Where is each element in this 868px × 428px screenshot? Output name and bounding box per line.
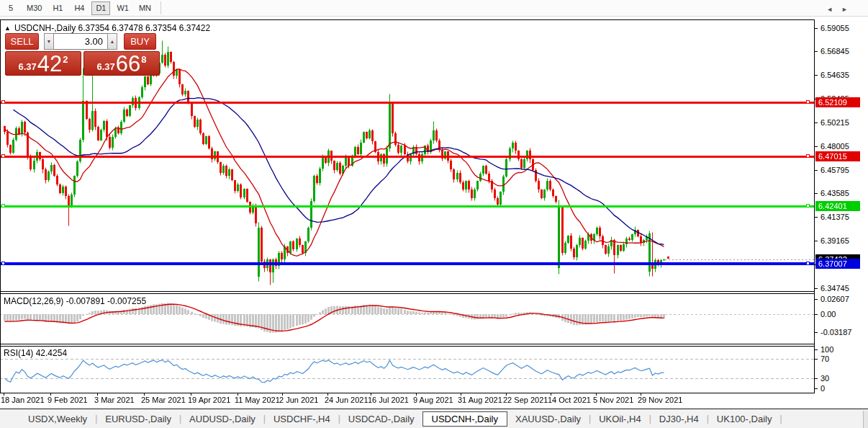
date-axis-label: 29 Nov 2021 (638, 396, 682, 404)
rsi-tick-mark (815, 359, 818, 360)
date-axis-label: 25 Mar 2021 (141, 396, 186, 404)
sell-button[interactable]: SELL (5, 33, 39, 50)
price-tick-mark (815, 288, 818, 289)
date-tick-mark (191, 393, 191, 396)
symbol-tab-usdchf-h4[interactable]: USDCHF-,H4 (266, 411, 338, 427)
macd-tick-mark (815, 299, 818, 300)
symbol-tab-uk100-daily[interactable]: UK100-,Daily (709, 411, 780, 427)
macd-tick-label: 0.00 (820, 310, 836, 319)
bid-price-prefix: 6.37 (18, 61, 36, 72)
price-tick-label: 6.39165 (820, 236, 849, 246)
volume-input[interactable] (54, 33, 107, 50)
date-tick-mark (506, 393, 507, 396)
timeframe-button-w1[interactable]: W1 (113, 1, 132, 15)
symbol-tab-audusd-daily[interactable]: AUDUSD-,Daily (181, 411, 263, 427)
price-tick-mark (815, 51, 818, 52)
horizontal-level-resistance-2[interactable] (1, 156, 814, 158)
horizontal-level-resistance-1[interactable] (1, 102, 814, 104)
buy-button[interactable]: BUY (124, 33, 156, 50)
line-anchor-right[interactable] (806, 100, 810, 104)
rsi-tick-label: 70 (820, 355, 829, 364)
macd-separator-top[interactable] (0, 291, 814, 292)
price-tick-mark (815, 28, 818, 29)
horizontal-level-support-green[interactable] (1, 205, 814, 208)
macd-label: MACD(12,26,9) -0.007891 -0.007255 (4, 296, 146, 306)
chart-bottom-border (0, 393, 814, 393)
bid-price-main: 42 (37, 53, 62, 74)
symbol-tab-usdcnh-daily[interactable]: USDCNH-,Daily (422, 411, 507, 427)
collapse-triangle-icon[interactable]: ▲ (4, 24, 11, 32)
date-tick-mark (371, 393, 371, 396)
date-tick-mark (551, 393, 551, 396)
date-tick-mark (461, 393, 461, 396)
price-tick-mark (815, 217, 818, 218)
date-tick-mark (97, 393, 98, 396)
ask-price-button[interactable]: 6.37 66 8 (83, 51, 160, 76)
price-tick-label: 6.48005 (820, 142, 849, 151)
timeframe-button-d1[interactable]: D1 (91, 1, 110, 15)
symbol-tab-dj30-h4[interactable]: DJ30-,H4 (651, 411, 707, 427)
line-anchor-left[interactable] (1, 154, 5, 158)
date-tick-mark (4, 393, 4, 396)
chart-window: ▲ USDCNH-,Daily 6.37354 6.37478 6.37354 … (0, 19, 868, 409)
symbol-tab-usdx-weekly[interactable]: USDX,Weekly (20, 411, 95, 427)
date-axis-label: 14 Oct 2021 (548, 396, 591, 404)
tabs-scroll-right-button[interactable]: ► (841, 5, 848, 14)
window-resize-gripper[interactable] (863, 411, 868, 428)
price-tick-label: 6.41375 (820, 213, 849, 222)
date-tick-mark (282, 393, 283, 396)
timeframe-button-h1[interactable]: H1 (48, 1, 67, 15)
price-tick-label: 6.59055 (820, 24, 849, 33)
timeframe-button-m30[interactable]: M30 (23, 1, 45, 15)
macd-separator-bottom (0, 293, 814, 294)
date-tick-mark (144, 393, 145, 396)
symbol-tab-xauusd-daily[interactable]: XAUUSD-,Daily (507, 411, 589, 427)
symbol-tab-usdcad-daily[interactable]: USDCAD-,Daily (340, 411, 422, 427)
line-anchor-left[interactable] (1, 204, 5, 208)
volume-decrease-button[interactable]: ▼ (44, 33, 54, 50)
price-tick-mark (815, 170, 818, 171)
date-axis-label: 16 Jul 2021 (368, 396, 409, 404)
macd-tick-label: -0.03187 (820, 328, 851, 337)
level-price-label-support-blue: 6.37007 (815, 259, 860, 269)
timeframe-button-5[interactable]: 5 (1, 1, 20, 15)
trading-platform-window: 5M30H1H4D1W1MN ▲ USDCNH-,Daily 6.37354 6… (0, 0, 868, 428)
chart-top-border (0, 19, 814, 20)
date-axis-label: 18 Jan 2021 (1, 396, 45, 404)
line-anchor-left[interactable] (1, 262, 5, 265)
symbol-tab-bar: USDX,Weekly|EURUSD-,Daily|AUDUSD-,Daily|… (0, 409, 868, 428)
timeframe-button-mn[interactable]: MN (135, 1, 155, 15)
level-price-label-resistance-2: 6.47015 (815, 151, 860, 161)
chart-title-text: USDCNH-,Daily 6.37354 6.37478 6.37354 6.… (14, 23, 210, 33)
line-anchor-right[interactable] (806, 204, 810, 208)
symbol-tab-eurusd-daily[interactable]: EURUSD-,Daily (97, 411, 179, 427)
rsi-separator-top[interactable] (0, 344, 814, 344)
price-tick-label: 6.34745 (820, 284, 849, 293)
bid-price-pipette: 2 (63, 54, 68, 65)
tabs-scroll-left-button[interactable]: ◄ (826, 5, 833, 14)
price-tick-label: 6.54635 (820, 71, 849, 80)
timeframe-button-h4[interactable]: H4 (70, 1, 89, 15)
timeframe-toolbar: 5M30H1H4D1W1MN (0, 0, 868, 17)
volume-increase-button[interactable]: ▲ (107, 33, 117, 50)
date-axis-label: 22 Sep 2021 (503, 396, 548, 404)
line-anchor-right[interactable] (806, 154, 810, 158)
symbol-tab-ukoil-h4[interactable]: UKOil-,H4 (591, 411, 649, 427)
toolbar-separator (161, 1, 161, 14)
horizontal-level-support-blue[interactable] (1, 262, 814, 265)
rsi-indicator-canvas[interactable] (0, 347, 814, 393)
date-tick-mark (641, 393, 641, 396)
bid-price-button[interactable]: 6.37 42 2 (5, 51, 81, 76)
price-tick-mark (815, 193, 818, 194)
date-tick-mark (596, 393, 597, 396)
date-axis-label: 5 Nov 2021 (593, 396, 633, 404)
level-price-label-resistance-1: 6.52109 (815, 97, 860, 107)
line-anchor-right[interactable] (806, 262, 810, 265)
price-tick-label: 6.50215 (820, 118, 849, 128)
ask-price-prefix: 6.37 (96, 61, 114, 72)
level-price-label-support-green: 6.42401 (815, 201, 860, 211)
line-anchor-left[interactable] (1, 100, 5, 104)
date-axis-label: 3 Mar 2021 (94, 396, 135, 404)
rsi-tick-label: 100 (820, 345, 833, 355)
date-axis-label: 19 Apr 2021 (188, 396, 230, 404)
